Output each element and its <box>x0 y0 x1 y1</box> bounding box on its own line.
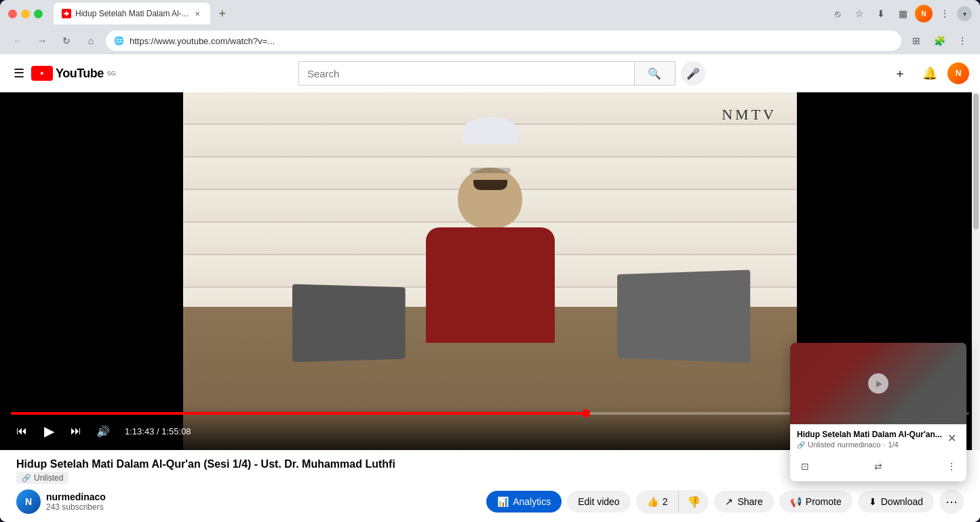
traffic-lights <box>8 10 43 18</box>
promote-icon: 📢 <box>790 496 802 507</box>
yt-header: ☰ YouTubeSG 🔍 <box>0 54 980 92</box>
mini-shuffle-button[interactable]: ⇄ <box>869 457 888 476</box>
browser-frame: Hidup Setelah Mati Dalam Al-... ✕ + ⎋ ☆ … <box>0 0 980 522</box>
create-icon: ＋ <box>894 65 906 81</box>
new-tab-button[interactable]: + <box>213 4 232 23</box>
promote-button[interactable]: 📢 Promote <box>779 491 852 512</box>
channel-details: nurmedinaco 243 subscribers <box>46 491 106 512</box>
yt-logo[interactable]: YouTubeSG <box>31 66 116 81</box>
active-tab[interactable]: Hidup Setelah Mati Dalam Al-... ✕ <box>54 3 210 24</box>
mini-unlisted-label: Unlisted <box>808 441 835 449</box>
back-button[interactable]: ← <box>8 31 27 50</box>
tab-bar: Hidup Setelah Mati Dalam Al-... ✕ + <box>54 3 823 24</box>
mini-play-overlay: ▶ <box>868 373 888 394</box>
menu-icon[interactable]: ⋮ <box>935 4 954 23</box>
refresh-button[interactable]: ↻ <box>57 31 76 50</box>
volume-button[interactable]: 🔊 <box>92 420 114 442</box>
address-bar[interactable]: 🌐 https://www.youtube.com/watch?v=... <box>106 31 901 51</box>
person-head <box>458 168 522 229</box>
play-pause-button[interactable]: ▶ <box>38 420 60 442</box>
unlisted-icon: 🔗 <box>22 474 31 483</box>
mini-play-icon: ▶ <box>876 379 882 388</box>
person-hat <box>463 117 517 144</box>
edit-video-button[interactable]: Edit video <box>567 491 630 512</box>
share-icon: ↗ <box>725 496 733 507</box>
mini-player-video: ▶ <box>790 343 966 424</box>
mini-more-button[interactable]: ⋮ <box>942 457 961 476</box>
browser-content: ☰ YouTubeSG 🔍 <box>0 54 980 522</box>
more-options-button[interactable]: ⋯ <box>939 489 964 514</box>
channel-avatar[interactable]: N <box>16 489 41 514</box>
tab-close-button[interactable]: ✕ <box>193 9 202 18</box>
mini-player-title: Hidup Setelah Mati Dalam Al-Qur'an... <box>797 430 942 439</box>
download-icon: ⬇ <box>869 496 877 507</box>
title-bar-right: ⎋ ☆ ⬇ ▦ N ⋮ ▾ <box>828 4 972 23</box>
chevron-down-icon[interactable]: ▾ <box>957 6 972 21</box>
bookmark-icon[interactable]: ☆ <box>850 4 869 23</box>
search-input-wrap <box>298 61 635 86</box>
nav-right-icons: ⊞ 🧩 ⋮ <box>907 31 972 50</box>
yt-header-right: ＋ 🔔 N <box>888 61 969 86</box>
mini-unlisted-icon: 🔗 <box>797 441 805 449</box>
skip-next-button[interactable]: ⏭ <box>65 420 87 442</box>
unlisted-label: Unlisted <box>34 473 63 483</box>
thumbs-up-icon: 👍 <box>647 496 659 507</box>
analytics-button[interactable]: 📊 Analytics <box>486 491 562 512</box>
share-button[interactable]: ↗ Share <box>714 491 773 512</box>
glasses <box>470 168 511 173</box>
scrollbar-track[interactable] <box>972 92 980 450</box>
like-dislike-group: 👍 2 👎 <box>636 490 709 514</box>
video-title: Hidup Setelah Mati Dalam Al-Qur'an (Sesi… <box>16 458 395 470</box>
mini-player-info: Hidup Setelah Mati Dalam Al-Qur'an... 🔗 … <box>790 424 966 454</box>
laptop-left <box>292 284 406 362</box>
like-count: 2 <box>663 496 668 507</box>
skip-prev-button[interactable]: ⏮ <box>11 420 33 442</box>
channel-name[interactable]: nurmedinaco <box>46 491 106 502</box>
like-button[interactable]: 👍 2 <box>636 491 680 512</box>
mini-position: 1/4 <box>888 441 898 449</box>
profile-avatar[interactable]: N <box>915 5 933 22</box>
mini-channel: nurmedinaco <box>838 441 881 449</box>
channel-subscribers: 243 subscribers <box>46 502 106 512</box>
mic-button[interactable]: 🎤 <box>681 61 705 86</box>
screenshare-icon[interactable]: ⊞ <box>907 31 926 50</box>
mini-player: ▶ Hidup Setelah Mati Dalam Al-Qur'an... … <box>790 343 966 481</box>
more-icon: ⋯ <box>945 494 958 509</box>
analytics-icon: 📊 <box>497 496 509 507</box>
maximize-window-button[interactable] <box>34 10 43 18</box>
mini-expand-button[interactable]: ⊡ <box>796 457 815 476</box>
channel-info: N nurmedinaco 243 subscribers <box>16 489 106 514</box>
video-person <box>426 117 555 343</box>
scrollbar-thumb[interactable] <box>973 94 979 229</box>
dislike-button[interactable]: 👎 <box>679 490 709 514</box>
user-avatar[interactable]: N <box>947 62 969 84</box>
tab-groups-icon[interactable]: ▦ <box>893 4 912 23</box>
beard <box>473 180 507 190</box>
yt-logo-country: SG <box>107 70 116 77</box>
cast-icon[interactable]: ⎋ <box>828 4 847 23</box>
channel-avatar-text: N <box>25 496 32 507</box>
tab-favicon <box>62 9 71 18</box>
search-input[interactable] <box>307 68 626 79</box>
nav-more-icon[interactable]: ⋮ <box>953 31 972 50</box>
tab-title: Hidup Setelah Mati Dalam Al-... <box>75 9 189 18</box>
mic-icon: 🎤 <box>686 67 700 80</box>
title-bar: Hidup Setelah Mati Dalam Al-... ✕ + ⎋ ☆ … <box>0 0 980 27</box>
action-buttons: 📊 Analytics Edit video 👍 2 <box>486 489 964 514</box>
extensions-icon[interactable]: 🧩 <box>930 31 949 50</box>
hamburger-menu-icon[interactable]: ☰ <box>11 63 27 83</box>
forward-button[interactable]: → <box>33 31 52 50</box>
nmtv-watermark: NMTV <box>722 106 777 124</box>
download-button[interactable]: ⬇ Download <box>858 491 934 512</box>
notifications-button[interactable]: 🔔 <box>918 61 942 86</box>
download-manager-icon[interactable]: ⬇ <box>871 4 890 23</box>
minimize-window-button[interactable] <box>21 10 30 18</box>
mini-player-close-button[interactable]: ✕ <box>943 430 960 446</box>
video-frame[interactable]: NMTV <box>183 92 797 450</box>
search-button[interactable]: 🔍 <box>635 61 675 86</box>
close-window-button[interactable] <box>8 10 17 18</box>
create-button[interactable]: ＋ <box>888 61 912 86</box>
yt-logo-text: YouTube <box>56 67 104 81</box>
home-button[interactable]: ⌂ <box>81 31 100 50</box>
video-title-area: Hidup Setelah Mati Dalam Al-Qur'an (Sesi… <box>16 458 395 484</box>
